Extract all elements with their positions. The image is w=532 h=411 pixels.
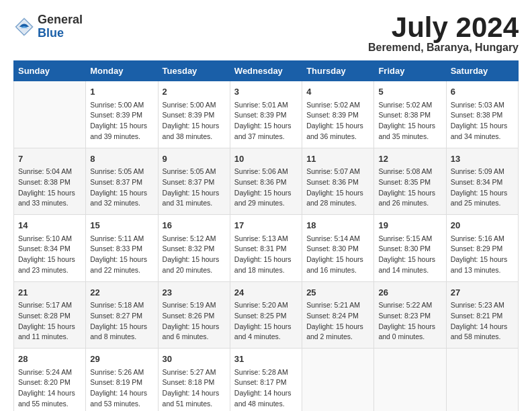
day-number: 27 xyxy=(451,286,514,300)
calendar-cell: 6Sunrise: 5:03 AM Sunset: 8:38 PM Daylig… xyxy=(446,81,518,148)
day-number: 22 xyxy=(90,286,153,300)
calendar-cell: 3Sunrise: 5:01 AM Sunset: 8:39 PM Daylig… xyxy=(230,81,302,148)
day-number: 14 xyxy=(18,219,81,232)
calendar-cell xyxy=(446,349,518,412)
day-info: Sunrise: 5:04 AM Sunset: 8:38 PM Dayligh… xyxy=(18,167,81,209)
calendar-cell: 9Sunrise: 5:05 AM Sunset: 8:37 PM Daylig… xyxy=(158,148,230,215)
day-info: Sunrise: 5:09 AM Sunset: 8:34 PM Dayligh… xyxy=(451,167,514,209)
day-number: 10 xyxy=(234,152,298,166)
header-row: SundayMondayTuesdayWednesdayThursdayFrid… xyxy=(14,61,519,81)
day-info: Sunrise: 5:17 AM Sunset: 8:28 PM Dayligh… xyxy=(18,300,81,342)
logo: General Blue xyxy=(13,13,83,40)
calendar-cell: 28Sunrise: 5:24 AM Sunset: 8:20 PM Dayli… xyxy=(14,349,86,412)
calendar-cell: 15Sunrise: 5:11 AM Sunset: 8:33 PM Dayli… xyxy=(86,215,158,282)
day-number: 28 xyxy=(18,353,81,366)
calendar-cell: 14Sunrise: 5:10 AM Sunset: 8:34 PM Dayli… xyxy=(14,215,86,282)
day-info: Sunrise: 5:08 AM Sunset: 8:35 PM Dayligh… xyxy=(378,167,441,209)
calendar-table: SundayMondayTuesdayWednesdayThursdayFrid… xyxy=(13,60,519,411)
day-info: Sunrise: 5:07 AM Sunset: 8:36 PM Dayligh… xyxy=(306,167,369,209)
calendar-cell: 30Sunrise: 5:27 AM Sunset: 8:18 PM Dayli… xyxy=(158,349,230,412)
logo-text: General Blue xyxy=(38,13,83,40)
day-info: Sunrise: 5:23 AM Sunset: 8:21 PM Dayligh… xyxy=(451,300,514,342)
day-info: Sunrise: 5:27 AM Sunset: 8:18 PM Dayligh… xyxy=(163,367,226,410)
calendar-cell: 18Sunrise: 5:14 AM Sunset: 8:30 PM Dayli… xyxy=(302,215,374,282)
day-info: Sunrise: 5:18 AM Sunset: 8:27 PM Dayligh… xyxy=(90,300,153,342)
day-number: 8 xyxy=(90,152,153,166)
day-number: 21 xyxy=(18,286,81,300)
col-header-monday: Monday xyxy=(86,61,158,81)
page-header: General Blue July 2024 Beremend, Baranya… xyxy=(13,13,519,54)
day-number: 13 xyxy=(451,152,514,166)
day-number: 3 xyxy=(234,85,298,99)
day-number: 19 xyxy=(378,219,441,232)
calendar-cell: 21Sunrise: 5:17 AM Sunset: 8:28 PM Dayli… xyxy=(14,281,86,349)
calendar-cell: 17Sunrise: 5:13 AM Sunset: 8:31 PM Dayli… xyxy=(230,215,302,282)
day-info: Sunrise: 5:05 AM Sunset: 8:37 PM Dayligh… xyxy=(163,167,226,209)
day-info: Sunrise: 5:22 AM Sunset: 8:23 PM Dayligh… xyxy=(378,300,441,342)
week-row-3: 14Sunrise: 5:10 AM Sunset: 8:34 PM Dayli… xyxy=(14,215,519,282)
day-info: Sunrise: 5:05 AM Sunset: 8:37 PM Dayligh… xyxy=(90,167,153,209)
calendar-cell: 4Sunrise: 5:02 AM Sunset: 8:39 PM Daylig… xyxy=(302,81,374,148)
logo-icon xyxy=(13,16,35,38)
calendar-cell: 29Sunrise: 5:26 AM Sunset: 8:19 PM Dayli… xyxy=(86,349,158,412)
day-number: 29 xyxy=(90,353,153,366)
day-number: 12 xyxy=(378,152,441,166)
day-info: Sunrise: 5:20 AM Sunset: 8:25 PM Dayligh… xyxy=(234,300,298,342)
calendar-cell: 22Sunrise: 5:18 AM Sunset: 8:27 PM Dayli… xyxy=(86,281,158,349)
calendar-cell: 2Sunrise: 5:00 AM Sunset: 8:39 PM Daylig… xyxy=(158,81,230,148)
day-number: 9 xyxy=(163,152,226,166)
day-info: Sunrise: 5:19 AM Sunset: 8:26 PM Dayligh… xyxy=(163,300,226,342)
day-info: Sunrise: 5:24 AM Sunset: 8:20 PM Dayligh… xyxy=(18,367,81,410)
calendar-cell: 1Sunrise: 5:00 AM Sunset: 8:39 PM Daylig… xyxy=(86,81,158,148)
col-header-tuesday: Tuesday xyxy=(158,61,230,81)
calendar-cell: 23Sunrise: 5:19 AM Sunset: 8:26 PM Dayli… xyxy=(158,281,230,349)
calendar-cell xyxy=(374,349,446,412)
day-info: Sunrise: 5:02 AM Sunset: 8:39 PM Dayligh… xyxy=(306,100,369,142)
calendar-cell: 26Sunrise: 5:22 AM Sunset: 8:23 PM Dayli… xyxy=(374,281,446,349)
day-number: 16 xyxy=(163,219,226,232)
col-header-thursday: Thursday xyxy=(302,61,374,81)
day-number: 26 xyxy=(378,286,441,300)
day-number: 6 xyxy=(451,85,514,99)
calendar-body: 1Sunrise: 5:00 AM Sunset: 8:39 PM Daylig… xyxy=(14,81,519,412)
week-row-1: 1Sunrise: 5:00 AM Sunset: 8:39 PM Daylig… xyxy=(14,81,519,148)
title-block: July 2024 Beremend, Baranya, Hungary xyxy=(368,13,519,54)
week-row-4: 21Sunrise: 5:17 AM Sunset: 8:28 PM Dayli… xyxy=(14,281,519,349)
week-row-2: 7Sunrise: 5:04 AM Sunset: 8:38 PM Daylig… xyxy=(14,148,519,215)
day-number: 5 xyxy=(378,85,441,99)
day-info: Sunrise: 5:06 AM Sunset: 8:36 PM Dayligh… xyxy=(234,167,298,209)
calendar-cell: 7Sunrise: 5:04 AM Sunset: 8:38 PM Daylig… xyxy=(14,148,86,215)
day-info: Sunrise: 5:14 AM Sunset: 8:30 PM Dayligh… xyxy=(306,234,369,276)
day-number: 11 xyxy=(306,152,369,166)
col-header-friday: Friday xyxy=(374,61,446,81)
calendar-cell: 19Sunrise: 5:15 AM Sunset: 8:30 PM Dayli… xyxy=(374,215,446,282)
day-info: Sunrise: 5:03 AM Sunset: 8:38 PM Dayligh… xyxy=(451,100,514,142)
day-number: 30 xyxy=(163,353,226,366)
day-number: 31 xyxy=(234,353,298,366)
month-title: July 2024 xyxy=(368,13,519,42)
day-info: Sunrise: 5:28 AM Sunset: 8:17 PM Dayligh… xyxy=(234,367,298,410)
calendar-cell: 31Sunrise: 5:28 AM Sunset: 8:17 PM Dayli… xyxy=(230,349,302,412)
calendar-cell: 12Sunrise: 5:08 AM Sunset: 8:35 PM Dayli… xyxy=(374,148,446,215)
day-info: Sunrise: 5:11 AM Sunset: 8:33 PM Dayligh… xyxy=(90,234,153,276)
day-number: 20 xyxy=(451,219,514,232)
day-number: 25 xyxy=(306,286,369,300)
calendar-header: SundayMondayTuesdayWednesdayThursdayFrid… xyxy=(14,61,519,81)
col-header-saturday: Saturday xyxy=(446,61,518,81)
day-info: Sunrise: 5:21 AM Sunset: 8:24 PM Dayligh… xyxy=(306,300,369,342)
day-info: Sunrise: 5:00 AM Sunset: 8:39 PM Dayligh… xyxy=(163,100,226,142)
day-number: 15 xyxy=(90,219,153,232)
day-info: Sunrise: 5:13 AM Sunset: 8:31 PM Dayligh… xyxy=(234,234,298,276)
col-header-wednesday: Wednesday xyxy=(230,61,302,81)
day-number: 17 xyxy=(234,219,298,232)
calendar-cell: 10Sunrise: 5:06 AM Sunset: 8:36 PM Dayli… xyxy=(230,148,302,215)
day-info: Sunrise: 5:00 AM Sunset: 8:39 PM Dayligh… xyxy=(90,100,153,142)
calendar-cell: 13Sunrise: 5:09 AM Sunset: 8:34 PM Dayli… xyxy=(446,148,518,215)
calendar-cell: 20Sunrise: 5:16 AM Sunset: 8:29 PM Dayli… xyxy=(446,215,518,282)
day-info: Sunrise: 5:01 AM Sunset: 8:39 PM Dayligh… xyxy=(234,100,298,142)
day-number: 2 xyxy=(163,85,226,99)
week-row-5: 28Sunrise: 5:24 AM Sunset: 8:20 PM Dayli… xyxy=(14,349,519,412)
day-info: Sunrise: 5:26 AM Sunset: 8:19 PM Dayligh… xyxy=(90,367,153,410)
day-number: 4 xyxy=(306,85,369,99)
col-header-sunday: Sunday xyxy=(14,61,86,81)
